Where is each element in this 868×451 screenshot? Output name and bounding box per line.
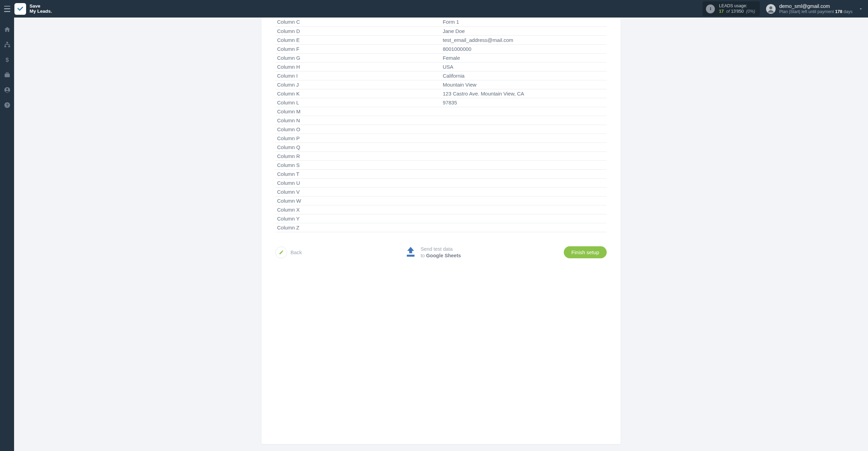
finish-setup-button[interactable]: Finish setup bbox=[564, 246, 607, 258]
column-value bbox=[441, 107, 607, 116]
hamburger-menu-icon[interactable] bbox=[3, 6, 11, 12]
column-key: Column I bbox=[275, 71, 441, 80]
table-row: Column W bbox=[275, 196, 607, 205]
column-value: Form 1 bbox=[441, 18, 607, 26]
column-key: Column G bbox=[275, 53, 441, 62]
footer-actions: Back Send test data to Google Sheets bbox=[275, 246, 607, 259]
column-key: Column P bbox=[275, 134, 441, 143]
column-key: Column X bbox=[275, 205, 441, 214]
back-label: Back bbox=[290, 249, 302, 255]
leads-usage-box[interactable]: LEADS usage: 17 of 13'850 (0%) bbox=[703, 1, 760, 16]
column-value bbox=[441, 125, 607, 134]
table-row: Column R bbox=[275, 151, 607, 160]
table-row: Column K123 Castro Ave. Mountain View, C… bbox=[275, 89, 607, 98]
column-value: Mountain View bbox=[441, 80, 607, 89]
app-header: Save My Leads. LEADS usage: 17 of 13'850… bbox=[0, 0, 868, 18]
nav-help-icon[interactable]: ? bbox=[3, 101, 11, 109]
table-row: Column Etest_email_address@mail.com bbox=[275, 35, 607, 44]
send-test-text: Send test data to Google Sheets bbox=[421, 246, 461, 259]
column-value bbox=[441, 143, 607, 151]
column-key: Column F bbox=[275, 44, 441, 53]
nav-home-icon[interactable] bbox=[3, 26, 11, 33]
column-value bbox=[441, 196, 607, 205]
table-row: Column F8001000000 bbox=[275, 44, 607, 53]
table-row: Column Y bbox=[275, 214, 607, 223]
column-value bbox=[441, 169, 607, 178]
column-key: Column Q bbox=[275, 143, 441, 151]
column-key: Column N bbox=[275, 116, 441, 125]
back-button[interactable]: Back bbox=[275, 247, 302, 258]
table-row: Column V bbox=[275, 187, 607, 196]
column-value: Jane Doe bbox=[441, 26, 607, 35]
brand-name: Save My Leads. bbox=[30, 4, 52, 14]
column-key: Column M bbox=[275, 107, 441, 116]
column-key: Column J bbox=[275, 80, 441, 89]
column-key: Column U bbox=[275, 178, 441, 187]
table-row: Column P bbox=[275, 134, 607, 143]
nav-briefcase-icon[interactable] bbox=[3, 71, 11, 79]
nav-connections-icon[interactable] bbox=[3, 41, 11, 48]
pencil-icon bbox=[275, 247, 287, 258]
column-value: USA bbox=[441, 62, 607, 71]
column-value: 97835 bbox=[441, 98, 607, 107]
svg-rect-9 bbox=[6, 72, 8, 74]
table-row: Column Z bbox=[275, 223, 607, 232]
user-avatar-icon bbox=[766, 4, 776, 14]
chevron-down-icon[interactable] bbox=[858, 7, 863, 11]
table-row: Column Q bbox=[275, 143, 607, 151]
brand-logo-icon[interactable] bbox=[14, 3, 26, 15]
column-key: Column T bbox=[275, 169, 441, 178]
column-key: Column H bbox=[275, 62, 441, 71]
column-value bbox=[441, 116, 607, 125]
column-value bbox=[441, 214, 607, 223]
svg-text:$: $ bbox=[5, 57, 9, 63]
user-info: demo_sml@gmail.com Plan |Start| left unt… bbox=[779, 3, 853, 15]
column-value bbox=[441, 160, 607, 169]
leads-usage-text: LEADS usage: 17 of 13'850 (0%) bbox=[719, 3, 755, 14]
table-row: Column CForm 1 bbox=[275, 18, 607, 26]
column-key: Column C bbox=[275, 18, 441, 26]
table-row: Column X bbox=[275, 205, 607, 214]
column-key: Column Z bbox=[275, 223, 441, 232]
column-value: test_email_address@mail.com bbox=[441, 35, 607, 44]
table-row: Column JMountain View bbox=[275, 80, 607, 89]
column-key: Column R bbox=[275, 151, 441, 160]
table-row: Column GFemale bbox=[275, 53, 607, 62]
nav-billing-icon[interactable]: $ bbox=[3, 56, 11, 64]
column-value bbox=[441, 187, 607, 196]
svg-rect-4 bbox=[6, 42, 8, 43]
column-value: 123 Castro Ave. Mountain View, CA bbox=[441, 89, 607, 98]
column-key: Column Y bbox=[275, 214, 441, 223]
column-value bbox=[441, 178, 607, 187]
column-mapping-table: Column CForm 1Column DJane DoeColumn Ete… bbox=[275, 18, 607, 232]
table-row: Column O bbox=[275, 125, 607, 134]
svg-point-3 bbox=[769, 6, 773, 9]
user-account-menu[interactable]: demo_sml@gmail.com Plan |Start| left unt… bbox=[766, 3, 868, 15]
table-row: Column S bbox=[275, 160, 607, 169]
column-value: 8001000000 bbox=[441, 44, 607, 53]
column-key: Column L bbox=[275, 98, 441, 107]
table-row: Column U bbox=[275, 178, 607, 187]
column-key: Column E bbox=[275, 35, 441, 44]
content-card: Column CForm 1Column DJane DoeColumn Ete… bbox=[262, 18, 620, 444]
column-value bbox=[441, 134, 607, 143]
column-value: Female bbox=[441, 53, 607, 62]
svg-rect-14 bbox=[407, 255, 415, 257]
nav-profile-icon[interactable] bbox=[3, 86, 11, 94]
table-row: Column HUSA bbox=[275, 62, 607, 71]
svg-rect-8 bbox=[4, 74, 10, 77]
column-key: Column O bbox=[275, 125, 441, 134]
column-value bbox=[441, 223, 607, 232]
svg-rect-6 bbox=[8, 46, 10, 47]
svg-point-0 bbox=[710, 7, 711, 8]
send-test-button[interactable]: Send test data to Google Sheets bbox=[405, 246, 461, 259]
column-value: California bbox=[441, 71, 607, 80]
upload-icon bbox=[405, 246, 416, 259]
table-row: Column DJane Doe bbox=[275, 26, 607, 35]
svg-text:?: ? bbox=[6, 103, 8, 107]
column-key: Column K bbox=[275, 89, 441, 98]
table-row: Column ICalifornia bbox=[275, 71, 607, 80]
sidebar-nav: $ ? bbox=[0, 18, 14, 451]
svg-rect-5 bbox=[4, 46, 6, 47]
table-row: Column L97835 bbox=[275, 98, 607, 107]
